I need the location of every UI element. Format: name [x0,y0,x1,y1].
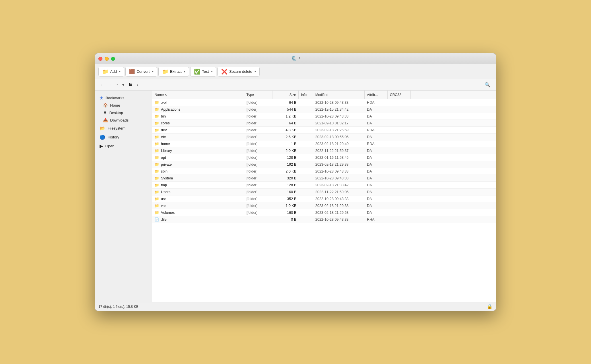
cell-crc-12 [388,182,411,188]
forward-button[interactable]: → [106,81,114,88]
folder-icon: 📁 [155,135,159,139]
extract-label: Extract [170,69,182,74]
sidebar-item-filesystem[interactable]: 📂 Filesystem [95,124,152,133]
table-row[interactable]: 📁 usr [folder] 352 B 2022-10-28 09:43:33… [152,195,496,202]
table-row[interactable]: 📁 private [folder] 192 B 2023-02-18 21:2… [152,161,496,168]
table-row[interactable]: 📁 Library [folder] 2.0 KB 2022-11-22 21:… [152,147,496,154]
cell-name-11: 📁 System [152,175,244,181]
table-row[interactable]: 📁 cores [folder] 64 B 2021-09-10 01:32:1… [152,120,496,127]
table-row[interactable]: 📄 .file 0 B 2022-10-28 09:43:33 RHA [152,216,496,223]
filesystem-icon: 📂 [100,126,105,131]
col-header-crc32[interactable]: CRC32 [388,91,411,99]
cell-attrib-4: RDA [365,127,388,133]
cell-type-15: [folder] [244,202,273,209]
up-button[interactable]: ↑ [114,81,120,88]
table-row[interactable]: 📁 home [folder] 1 B 2023-02-18 21:29:40 … [152,140,496,147]
table-row[interactable]: 📁 bin [folder] 1.2 KB 2022-10-28 09:43:3… [152,113,496,120]
table-row[interactable]: 📁 opt [folder] 128 B 2022-01-16 11:53:45… [152,154,496,161]
cell-attrib-5: DA [365,134,388,140]
cell-crc-1 [388,106,411,113]
computer-nav[interactable]: 🖥 [127,82,135,88]
next-nav-icon: › [137,83,138,87]
col-header-size[interactable]: Size [273,91,299,99]
cell-info-15 [299,202,313,209]
cell-name-6: 📁 home [152,140,244,147]
minimize-button[interactable] [105,57,109,61]
cell-name-0: 📁 .vol [152,99,244,106]
cell-size-8: 128 B [273,154,299,161]
cell-crc-14 [388,195,411,202]
col-header-modified[interactable]: Modified [313,91,365,99]
cell-modified-11: 2022-10-28 09:43:33 [313,175,365,181]
table-row[interactable]: 📁 sbin [folder] 2.0 KB 2022-10-28 09:43:… [152,168,496,175]
table-row[interactable]: 📁 dev [folder] 4.8 KB 2023-02-18 21:26:5… [152,127,496,134]
cell-crc-9 [388,161,411,168]
cell-info-0 [299,99,313,106]
col-header-name[interactable]: Name < [152,91,244,99]
file-list-scroll[interactable]: 📁 .vol [folder] 64 B 2022-10-28 09:43:33… [152,99,496,302]
cell-size-12: 128 B [273,182,299,188]
table-row[interactable]: 📁 .vol [folder] 64 B 2022-10-28 09:43:33… [152,99,496,106]
folder-icon: 📁 [155,114,159,118]
table-row[interactable]: 📁 etc [folder] 2.6 KB 2023-02-18 00:55:0… [152,134,496,140]
col-header-info[interactable]: Info [299,91,313,99]
cell-size-11: 320 B [273,175,299,181]
folder-icon: 📁 [155,190,159,194]
file-list-header: Name < Type Size Info Modified Attrib... [152,91,496,99]
cell-size-2: 1.2 KB [273,113,299,120]
cell-attrib-11: DA [365,175,388,181]
cell-size-17: 0 B [273,216,299,223]
sidebar-item-home[interactable]: 🏠 Home [95,101,152,109]
maximize-button[interactable] [111,57,115,61]
sidebar-item-desktop[interactable]: 🖥 Desktop [95,109,152,116]
table-row[interactable]: 📁 System [folder] 320 B 2022-10-28 09:43… [152,175,496,182]
close-button[interactable] [98,57,102,61]
table-row[interactable]: 📁 var [folder] 1.0 KB 2023-02-18 21:29:3… [152,202,496,209]
test-button[interactable]: ✅ Test ▾ [190,67,216,77]
folder-icon: 📁 [155,203,159,208]
bookmarks-section[interactable]: ★ Bookmarks [95,94,152,101]
sidebar-item-history[interactable]: 🔵 History [95,133,152,142]
table-row[interactable]: 📁 Volumes [folder] 160 B 2023-02-18 21:2… [152,209,496,216]
folder-icon: 📁 [155,176,159,180]
back-button[interactable]: ← [98,81,106,88]
cell-modified-7: 2022-11-22 21:59:37 [313,147,365,154]
sidebar-item-open[interactable]: ▶ Open [95,142,152,150]
secure-delete-button[interactable]: ❌ Secure delete ▾ [217,67,260,77]
cell-type-3: [folder] [244,120,273,126]
folder-icon: 📁 [155,107,159,111]
table-row[interactable]: 📁 tmp [folder] 128 B 2023-02-18 21:33:42… [152,182,496,189]
navbar: ← → ↑ ▾ 🖥 › 🔍 [95,79,496,91]
extract-button[interactable]: 📁 Extract ▾ [158,67,189,77]
cell-attrib-2: DA [365,113,388,120]
test-label: Test [202,69,209,74]
table-row[interactable]: 📁 Applications [folder] 544 B 2022-12-15… [152,106,496,113]
table-row[interactable]: 📁 Users [folder] 160 B 2022-11-22 21:59:… [152,189,496,195]
cell-type-14: [folder] [244,195,273,202]
cell-info-1 [299,106,313,113]
cell-name-1: 📁 Applications [152,106,244,113]
col-header-type[interactable]: Type [244,91,273,99]
more-button[interactable]: ⋯ [483,67,493,76]
cell-attrib-14: DA [365,195,388,202]
dropdown-icon: ▾ [122,83,124,87]
cell-size-5: 2.6 KB [273,134,299,140]
cell-modified-12: 2023-02-18 21:33:42 [313,182,365,188]
convert-label: Convert [137,69,150,74]
extract-icon: 📁 [162,69,168,75]
cell-attrib-3: DA [365,120,388,126]
add-button[interactable]: 📁 Add ▾ [98,67,124,77]
convert-button[interactable]: 🟫 Convert ▾ [125,67,157,77]
sidebar-item-downloads[interactable]: 📥 Downloads [95,116,152,124]
folder-icon: 📁 [155,100,159,105]
dropdown-button[interactable]: ▾ [120,81,126,88]
cell-info-3 [299,120,313,126]
next-nav-button[interactable]: › [135,81,140,88]
file-list-area: Name < Type Size Info Modified Attrib... [152,91,496,302]
titlebar: 🗜️ / [95,53,496,64]
cell-modified-13: 2022-11-22 21:59:05 [313,189,365,195]
cell-attrib-1: DA [365,106,388,113]
col-header-attrib[interactable]: Attrib... [365,91,388,99]
desktop-label: Desktop [109,111,123,115]
search-button[interactable]: 🔍 [482,81,493,89]
